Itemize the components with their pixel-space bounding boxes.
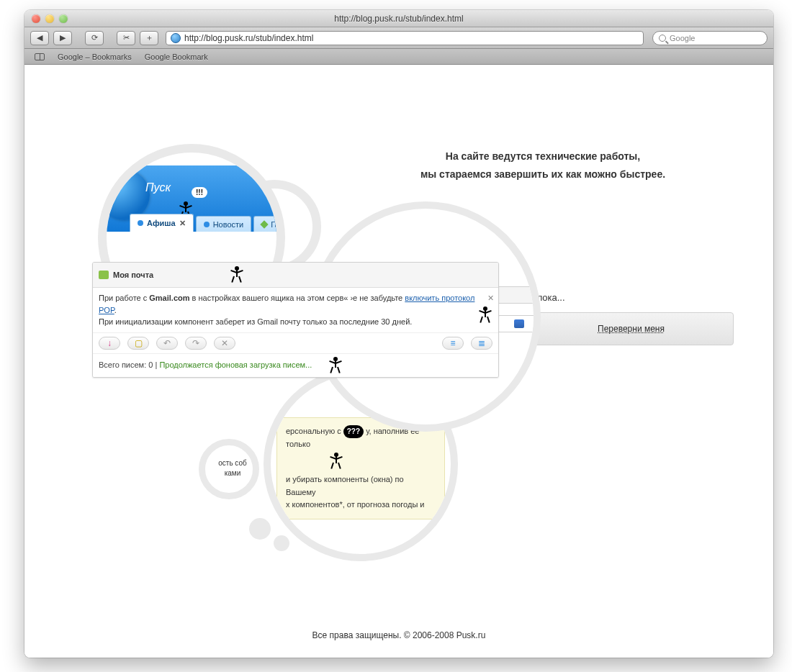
mail-note-button[interactable]: ▢: [127, 337, 149, 350]
cloud-illustration: ость соб ками ерсональную с ??? у, напол…: [76, 144, 523, 518]
bookmarks-bar: Google – Bookmarks Google Bookmark: [24, 49, 773, 65]
title-bar: http://blog.pusk.ru/stub/index.html: [24, 10, 773, 27]
mail-icon: [99, 271, 109, 279]
photo-icon: [514, 319, 524, 328]
search-placeholder: Google: [670, 34, 695, 42]
photo-panel-toolbar: [498, 315, 541, 332]
mail-download-button[interactable]: ↓: [99, 337, 120, 350]
mail-view-list2-button[interactable]: ≣: [471, 337, 492, 350]
back-button[interactable]: ◀: [30, 31, 49, 45]
yellow-note: ерсональную с ??? у, наполнив ее только …: [276, 417, 445, 519]
tab-icon: [261, 220, 269, 228]
search-field[interactable]: Google: [652, 31, 768, 45]
note-line: и убирать компоненты (окна) по Вашему: [286, 473, 436, 499]
pusk-logo-text: Пуск: [145, 181, 171, 194]
stick-figure-icon: [478, 307, 492, 324]
close-tab-icon[interactable]: ✕: [179, 219, 186, 228]
text-fragment: ость соб ками: [212, 458, 253, 478]
stick-figure-icon: [329, 453, 343, 470]
tab-gazette[interactable]: Газетн: [253, 216, 285, 232]
forward-button[interactable]: ▶: [53, 31, 72, 45]
tab-icon: [204, 222, 210, 227]
mail-title: Моя почта: [113, 271, 153, 279]
pusk-tabs: Афиша ✕ Новости Газетн: [124, 213, 285, 232]
address-text: http://blog.pusk.ru/stub/index.html: [184, 33, 313, 43]
bubble-dot-icon: [249, 518, 271, 540]
tab-label: Новости: [213, 220, 244, 229]
pusk-header: Пуск !!! Афиша ✕: [98, 165, 285, 232]
stick-figure-icon: [328, 357, 343, 374]
mail-panel-body: ✕ При работе с Gmail.com в настройках ва…: [93, 288, 498, 332]
address-bar[interactable]: http://blog.pusk.ru/stub/index.html: [166, 31, 644, 45]
mail-toolbar: ↓ ▢ ↶ ↷ ✕ ≡ ≣: [93, 332, 498, 353]
tab-label: Газетн: [271, 220, 285, 229]
mail-redo-button[interactable]: ↷: [185, 337, 207, 350]
bubble-small: ость соб ками: [199, 439, 259, 499]
mail-panel-header: Моя почта: [93, 263, 498, 288]
browser-window: http://blog.pusk.ru/stub/index.html ◀ ▶ …: [24, 10, 773, 658]
bookmark-folder-icon[interactable]: [35, 53, 45, 60]
tab-label: Афиша: [147, 219, 176, 227]
flip-me-label: Переверни меня: [598, 324, 665, 334]
speech-bubble: !!!: [192, 187, 207, 198]
reload-button[interactable]: ⟳: [85, 31, 104, 45]
tab-news[interactable]: Новости: [196, 216, 252, 232]
browser-toolbar: ◀ ▶ ⟳ ✂ ＋ http://blog.pusk.ru/stub/index…: [24, 27, 773, 49]
clip-button[interactable]: ✂: [117, 31, 135, 45]
mail-view-list1-button[interactable]: ≡: [442, 337, 464, 350]
tab-afisha[interactable]: Афиша ✕: [130, 214, 194, 232]
close-notice-icon[interactable]: ✕: [487, 292, 494, 304]
tab-icon: [138, 220, 143, 226]
note-line: х компонентов*, от прогноза погоды и: [286, 499, 436, 512]
mail-panel: Моя почта ✕ При работе с Gmail.com в нас…: [92, 262, 499, 378]
mail-undo-button[interactable]: ↶: [156, 337, 178, 350]
mail-delete-button[interactable]: ✕: [214, 337, 235, 350]
window-title: http://blog.pusk.ru/stub/index.html: [24, 14, 773, 24]
stick-figure-icon: [230, 266, 244, 283]
flip-me-button[interactable]: Переверни меня: [528, 312, 734, 345]
mail-status: Всего писем: 0 | Продолжается фоновая за…: [93, 353, 498, 377]
bookmark-item[interactable]: Google – Bookmarks: [58, 53, 132, 61]
page-footer: Все права защищены. © 2006-2008 Pusk.ru: [24, 630, 773, 640]
add-bookmark-button[interactable]: ＋: [140, 31, 158, 45]
search-icon: [659, 35, 666, 42]
page-content: На сайте ведутся технические работы, мы …: [24, 65, 773, 658]
bubble-dot-icon: [274, 535, 289, 551]
bookmark-item[interactable]: Google Bookmark: [145, 53, 208, 61]
globe-icon: [171, 33, 181, 43]
speech-bubble-icon: ???: [343, 425, 364, 438]
